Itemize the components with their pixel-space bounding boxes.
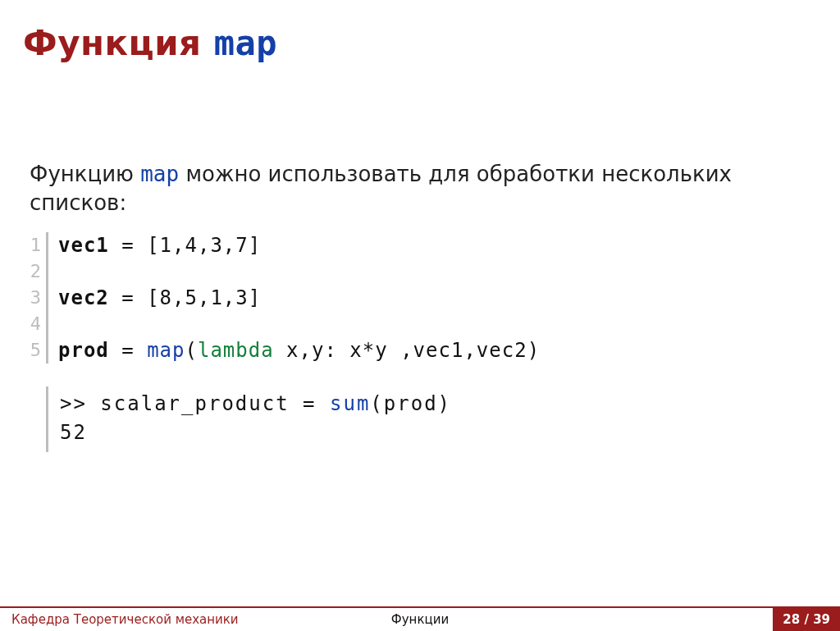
line-number-gutter: 1 2 3 4 5 [28,232,46,364]
title-mono: map [214,23,277,63]
output-pre: >> scalar_product = [60,392,330,415]
code-func: map [147,339,185,362]
code-line: prod = map(lambda x,y: x*y ,vec1,vec2) [58,337,540,364]
code-lambda: lambda [198,339,274,362]
title-text: Функция [23,23,214,63]
code-line-blank [58,311,540,337]
footer-department: Кафедра Теоретической механики [11,612,239,627]
code-args: x,y: x*y ,vec1,vec2) [274,339,540,362]
output-line: >> scalar_product = sum(prod) [60,390,817,418]
line-number: 2 [28,258,41,285]
code-body: vec1 = [1,4,3,7] vec2 = [8,5,1,3] prod =… [46,232,540,364]
output-result: 52 [60,418,817,447]
output-post: (prod) [370,392,451,415]
slide-title: Функция map [23,23,817,63]
code-var: vec1 [58,234,109,257]
line-number: 4 [28,311,41,337]
code-line-blank [58,258,540,285]
footer: Кафедра Теоретической механики Функции 2… [0,606,840,631]
code-var: vec2 [58,286,109,309]
line-number: 3 [28,285,41,311]
code-line: vec1 = [1,4,3,7] [58,232,540,258]
code-eq: = [109,339,147,362]
code-var: prod [58,339,109,362]
footer-section: Функции [391,612,449,627]
code-rest: = [1,4,3,7] [109,234,261,257]
code-listing: 1 2 3 4 5 vec1 = [1,4,3,7] vec2 = [8,5,1… [28,232,817,364]
line-number: 1 [28,232,41,258]
line-number: 5 [28,337,41,364]
footer-pager: 28 / 39 [773,607,840,631]
intro-mono: map [140,162,179,186]
slide: Функция map Функцию map можно использова… [0,0,840,631]
output-func: sum [330,392,370,415]
intro-text: Функцию map можно использовать для обраб… [23,160,817,217]
code-rest: = [8,5,1,3] [109,286,261,309]
intro-pre: Функцию [30,162,140,186]
output-block: >> scalar_product = sum(prod) 52 [46,386,817,452]
code-line: vec2 = [8,5,1,3] [58,285,540,311]
code-paren: ( [185,339,198,362]
